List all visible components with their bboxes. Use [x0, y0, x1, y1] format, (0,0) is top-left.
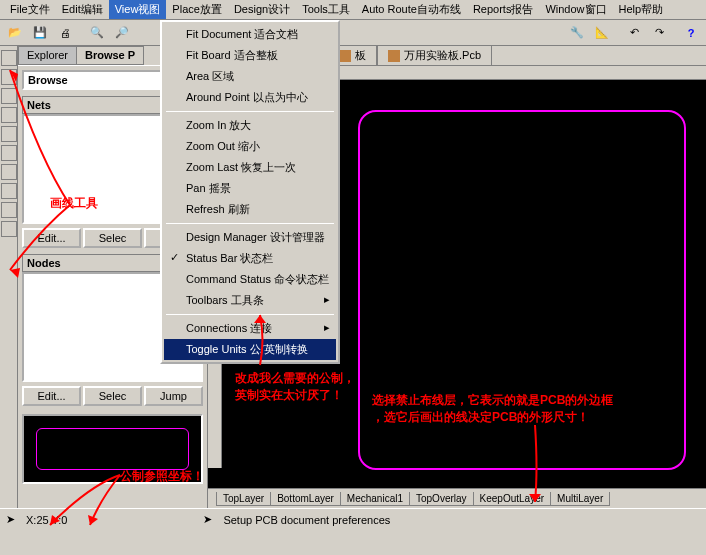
- menu-view[interactable]: View视图: [109, 0, 167, 19]
- menuitem-toggle-units[interactable]: Toggle Units 公/英制转换: [164, 339, 336, 360]
- help-icon[interactable]: ?: [680, 22, 702, 44]
- redo-icon[interactable]: ↷: [648, 22, 670, 44]
- menuitem-zoom-in[interactable]: Zoom In 放大: [164, 115, 336, 136]
- menuitem-connections[interactable]: Connections 连接: [164, 318, 336, 339]
- menu-edit[interactable]: Edit编辑: [56, 0, 109, 19]
- menuitem-fit-document[interactable]: Fit Document 适合文档: [164, 24, 336, 45]
- tool-arc[interactable]: [1, 164, 17, 180]
- menuitem-status-bar[interactable]: Status Bar 状态栏: [164, 248, 336, 269]
- status-coords: X:25 Y:0: [26, 514, 67, 526]
- menuitem-area[interactable]: Area 区域: [164, 66, 336, 87]
- pointer-icon: ➤: [6, 513, 20, 527]
- layer-tab-multi[interactable]: MultiLayer: [550, 492, 610, 506]
- tool-rect[interactable]: [1, 145, 17, 161]
- tool-via[interactable]: [1, 107, 17, 123]
- nodes-jump-button[interactable]: Jump: [144, 386, 203, 406]
- tool-cursor[interactable]: [1, 50, 17, 66]
- tool-pad[interactable]: [1, 88, 17, 104]
- menu-help[interactable]: Help帮助: [613, 0, 670, 19]
- menuitem-command-status[interactable]: Command Status 命令状态栏: [164, 269, 336, 290]
- tool-line[interactable]: [1, 69, 17, 85]
- nets-edit-button[interactable]: Edit...: [22, 228, 81, 248]
- view-dropdown: Fit Document 适合文档 Fit Board 适合整板 Area 区域…: [160, 20, 340, 364]
- tool-text[interactable]: [1, 126, 17, 142]
- menuitem-pan[interactable]: Pan 摇景: [164, 178, 336, 199]
- tool-fill[interactable]: [1, 183, 17, 199]
- menu-tools[interactable]: Tools工具: [296, 0, 356, 19]
- pcb-minimap[interactable]: [22, 414, 203, 484]
- doc-tab-2-label: 万用实验板.Pcb: [404, 48, 481, 63]
- menuitem-refresh[interactable]: Refresh 刷新: [164, 199, 336, 220]
- layer-tab-mech1[interactable]: Mechanical1: [340, 492, 410, 506]
- menubar: File文件 Edit编辑 View视图 Place放置 Design设计 To…: [0, 0, 706, 20]
- menuitem-design-manager[interactable]: Design Manager 设计管理器: [164, 227, 336, 248]
- pcb-outline: [358, 110, 686, 470]
- menu-reports[interactable]: Reports报告: [467, 0, 540, 19]
- tool-dim[interactable]: [1, 202, 17, 218]
- nets-select-button[interactable]: Selec: [83, 228, 142, 248]
- print-icon[interactable]: 🖨: [54, 22, 76, 44]
- menu-design[interactable]: Design设计: [228, 0, 296, 19]
- menuitem-fit-board[interactable]: Fit Board 适合整板: [164, 45, 336, 66]
- undo-icon[interactable]: ↶: [623, 22, 645, 44]
- document-tab-2[interactable]: 万用实验板.Pcb: [377, 45, 492, 66]
- doc-tab-1-label: 板: [355, 48, 366, 63]
- menu-autoroute[interactable]: Auto Route自动布线: [356, 0, 467, 19]
- tool-origin[interactable]: [1, 221, 17, 237]
- menu-file[interactable]: File文件: [4, 0, 56, 19]
- pointer-icon: ➤: [203, 513, 217, 527]
- nodes-edit-button[interactable]: Edit...: [22, 386, 81, 406]
- pcb-file-icon: [339, 50, 351, 62]
- zoom-in-icon[interactable]: 🔍: [86, 22, 108, 44]
- menuitem-toolbars[interactable]: Toolbars 工具条: [164, 290, 336, 311]
- tool-icon[interactable]: 🔧: [566, 22, 588, 44]
- main-toolbar: 📂 💾 🖨 🔍 🔎 🔧 📐 ↶ ↷ ?: [0, 20, 706, 46]
- statusbar: ➤ X:25 Y:0 ➤ Setup PCB document preferen…: [0, 508, 706, 530]
- tool2-icon[interactable]: 📐: [591, 22, 613, 44]
- menu-separator: [166, 223, 334, 224]
- zoom-out-icon[interactable]: 🔎: [111, 22, 133, 44]
- open-icon[interactable]: 📂: [4, 22, 26, 44]
- nodes-select-button[interactable]: Selec: [83, 386, 142, 406]
- browse-combo-label: Browse: [28, 74, 68, 86]
- layer-tab-top[interactable]: TopLayer: [216, 492, 271, 506]
- menu-separator: [166, 314, 334, 315]
- pcb-file-icon: [388, 50, 400, 62]
- menu-place[interactable]: Place放置: [166, 0, 228, 19]
- menu-window[interactable]: Window窗口: [539, 0, 612, 19]
- layer-tab-keepout[interactable]: KeepOutLayer: [473, 492, 552, 506]
- save-icon[interactable]: 💾: [29, 22, 51, 44]
- status-hint: Setup PCB document preferences: [223, 514, 390, 526]
- menuitem-zoom-last[interactable]: Zoom Last 恢复上一次: [164, 157, 336, 178]
- menu-separator: [166, 111, 334, 112]
- menuitem-zoom-out[interactable]: Zoom Out 缩小: [164, 136, 336, 157]
- tab-browse-pcb[interactable]: Browse P: [76, 46, 144, 65]
- left-tool-strip: [0, 46, 18, 508]
- layer-tab-topoverlay[interactable]: TopOverlay: [409, 492, 474, 506]
- menuitem-around-point[interactable]: Around Point 以点为中心: [164, 87, 336, 108]
- layer-tab-bottom[interactable]: BottomLayer: [270, 492, 341, 506]
- layer-tabs: TopLayer BottomLayer Mechanical1 TopOver…: [208, 488, 706, 508]
- tab-explorer[interactable]: Explorer: [18, 46, 77, 65]
